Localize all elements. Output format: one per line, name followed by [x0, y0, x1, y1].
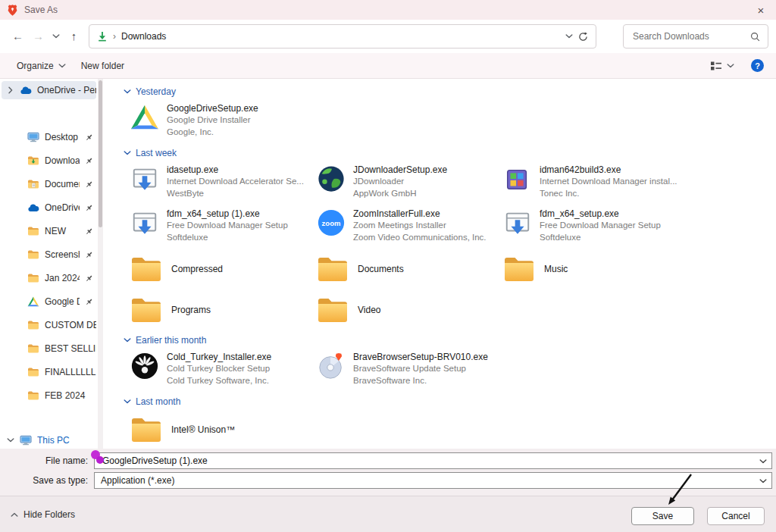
globe-icon: [317, 164, 346, 193]
chevron-down-icon: [124, 338, 131, 343]
save-as-type-select[interactable]: Application (*.exe): [94, 472, 772, 489]
file-name-combo[interactable]: [94, 452, 772, 469]
chevron-down-icon: [727, 64, 734, 68]
address-dropdown-icon[interactable]: [565, 34, 573, 39]
cancel-button[interactable]: Cancel: [707, 507, 765, 525]
navigation-pane: OneDrive - Perso Desktop Downloads Docum…: [0, 79, 98, 452]
new-folder-button[interactable]: New folder: [77, 58, 129, 74]
folder-item-video[interactable]: Video: [317, 293, 503, 327]
search-box[interactable]: [623, 24, 768, 49]
file-description: Free Download Manager Setup: [167, 220, 288, 232]
titlebar: Save As ×: [0, 0, 776, 20]
sidebar-item-downloads[interactable]: Downloads: [2, 152, 96, 170]
file-description: Zoom Meetings Installer: [353, 220, 487, 232]
file-publisher: Softdeluxe: [540, 232, 661, 244]
sidebar-item-label: OneDrive: [45, 202, 80, 213]
sidebar-item-label: FINALLLLLL: [45, 367, 96, 377]
chevron-down-icon[interactable]: [759, 479, 767, 483]
window-title: Save As: [24, 5, 58, 15]
file-name: Cold_Turkey_Installer.exe: [167, 351, 271, 363]
scrollbar-thumb[interactable]: [99, 80, 102, 227]
installer-icon: [503, 208, 532, 237]
sidebar-item-this-pc[interactable]: This PC: [2, 431, 96, 449]
sidebar-item-finallllll[interactable]: FINALLLLLL: [2, 363, 96, 381]
file-name-label: File name:: [0, 455, 94, 466]
file-item-googledrivesetup[interactable]: GoogleDriveSetup.exe Google Drive Instal…: [130, 102, 317, 140]
file-item-idasetup[interactable]: idasetup.exe Internet Download Accelerat…: [130, 164, 317, 202]
folder-name: Documents: [358, 264, 404, 274]
sidebar-item-feb-2024[interactable]: FEB 2024: [2, 386, 96, 405]
folder-icon: [27, 367, 39, 377]
file-description: BraveSoftware Update Setup: [353, 363, 488, 375]
sidebar-item-onedrive[interactable]: OneDrive: [2, 199, 96, 217]
folder-item-documents[interactable]: Documents: [317, 252, 503, 286]
hide-folders-button[interactable]: Hide Folders: [11, 509, 75, 520]
sidebar-item-jan-2024[interactable]: Jan 2024: [2, 269, 96, 287]
folder-icon: [27, 226, 39, 236]
file-list: Yesterday GoogleDriveSetup.exe Google Dr…: [114, 79, 776, 449]
zoom-icon: [317, 208, 346, 237]
folder-item-intel-unison[interactable]: Intel® Unison™: [130, 412, 317, 447]
organize-button[interactable]: Organize: [12, 58, 70, 74]
folder-icon: [317, 297, 349, 323]
sidebar-item-custom-design[interactable]: CUSTOM DESIGI: [2, 316, 96, 334]
sidebar-item-onedrive-personal[interactable]: OneDrive - Perso: [2, 81, 96, 99]
chevron-up-icon: [11, 512, 18, 517]
close-button[interactable]: ×: [753, 4, 769, 17]
file-item-fdm-x64-setup-1[interactable]: fdm_x64_setup (1).exe Free Download Mana…: [130, 208, 317, 246]
sidebar-item-documents[interactable]: Documents: [2, 175, 96, 193]
folder-item-programs[interactable]: Programs: [130, 293, 317, 327]
file-item-fdm-x64-setup[interactable]: fdm_x64_setup.exe Free Download Manager …: [503, 208, 690, 246]
file-name: fdm_x64_setup (1).exe: [167, 208, 288, 220]
chevron-right-icon: [8, 86, 13, 94]
sidebar-item-new[interactable]: NEW: [2, 222, 96, 240]
file-item-cold-turkey-installer[interactable]: Cold_Turkey_Installer.exe Cold Turkey Bl…: [130, 351, 317, 389]
sidebar-item-screenshots[interactable]: Screenshots: [2, 246, 96, 264]
file-name: idasetup.exe: [167, 164, 304, 176]
group-header-yesterday[interactable]: Yesterday: [124, 86, 776, 97]
refresh-icon[interactable]: [578, 32, 588, 42]
sidebar-item-desktop[interactable]: Desktop: [2, 128, 96, 146]
desktop-icon: [27, 132, 39, 142]
back-button[interactable]: ←: [8, 27, 28, 46]
help-button[interactable]: ?: [751, 59, 764, 72]
file-item-idman642build3[interactable]: idman642build3.exe Internet Download Man…: [503, 164, 690, 202]
forward-button[interactable]: →: [28, 27, 48, 46]
file-item-zoominstallerfull[interactable]: ZoomInstallerFull.exe Zoom Meetings Inst…: [317, 208, 503, 246]
group-label: Earlier this month: [136, 335, 206, 346]
file-name: GoogleDriveSetup.exe: [167, 102, 258, 114]
group-header-last-month[interactable]: Last month: [124, 396, 776, 407]
sidebar-item-label: NEW: [45, 226, 80, 236]
file-publisher: BraveSoftware Inc.: [353, 375, 488, 387]
folder-item-compressed[interactable]: Compressed: [130, 252, 317, 286]
dialog-footer: Hide Folders Save Cancel: [0, 496, 776, 532]
save-button[interactable]: Save: [631, 507, 694, 525]
chevron-down-icon: [124, 151, 131, 155]
folder-icon: [27, 249, 39, 260]
file-name: JDownloaderSetup.exe: [353, 164, 447, 176]
file-item-bravebrowsersetup[interactable]: BraveBrowserSetup-BRV010.exe BraveSoftwa…: [317, 351, 503, 389]
file-item-jdownloadersetup[interactable]: JDownloaderSetup.exe JDownloader AppWork…: [317, 164, 503, 202]
view-options-button[interactable]: [706, 58, 739, 74]
group-header-last-week[interactable]: Last week: [124, 148, 776, 158]
breadcrumb-separator: ›: [113, 31, 116, 42]
up-button[interactable]: ↑: [64, 27, 84, 46]
idm-icon: [503, 164, 532, 193]
chevron-down-icon[interactable]: [759, 459, 767, 464]
sidebar-item-google-drive[interactable]: Google Drive: [2, 293, 96, 311]
folder-item-music[interactable]: Music: [503, 252, 690, 286]
search-input[interactable]: [631, 30, 746, 42]
sidebar-item-label: This PC: [37, 435, 96, 446]
group-header-earlier-this-month[interactable]: Earlier this month: [124, 335, 776, 346]
file-name-input[interactable]: [101, 455, 755, 467]
sidebar-scrollbar[interactable]: [98, 79, 103, 452]
pin-icon: [85, 180, 93, 189]
folder-name: Video: [358, 305, 380, 315]
sidebar-item-best-selling[interactable]: BEST SELLING D: [2, 340, 96, 358]
address-bar[interactable]: › Downloads: [89, 24, 596, 49]
recent-locations-button[interactable]: [48, 34, 64, 39]
breadcrumb-location[interactable]: Downloads: [121, 31, 166, 42]
file-publisher: Softdeluxe: [167, 232, 288, 244]
folder-name: Compressed: [171, 264, 223, 274]
this-pc-icon: [20, 435, 32, 446]
